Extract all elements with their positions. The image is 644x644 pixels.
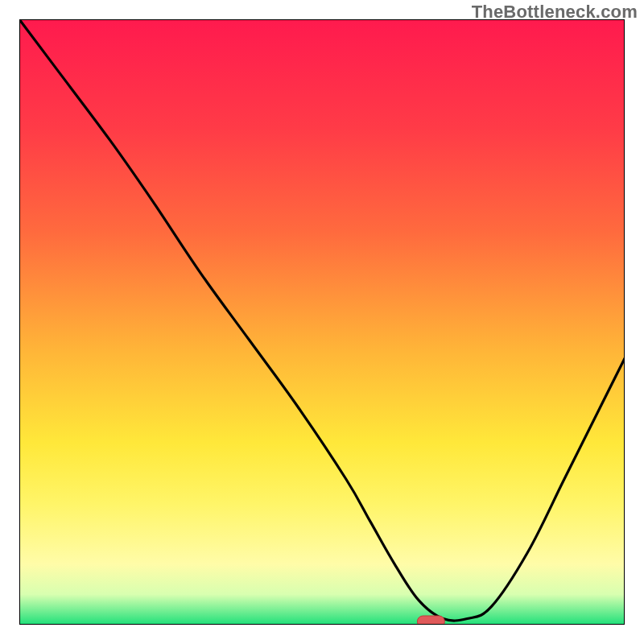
watermark-label: TheBottleneck.com [472, 2, 638, 23]
plot-background [19, 19, 625, 625]
chart-container: TheBottleneck.com [0, 0, 644, 644]
optimal-point-marker [417, 616, 444, 625]
bottleneck-chart [19, 19, 625, 625]
